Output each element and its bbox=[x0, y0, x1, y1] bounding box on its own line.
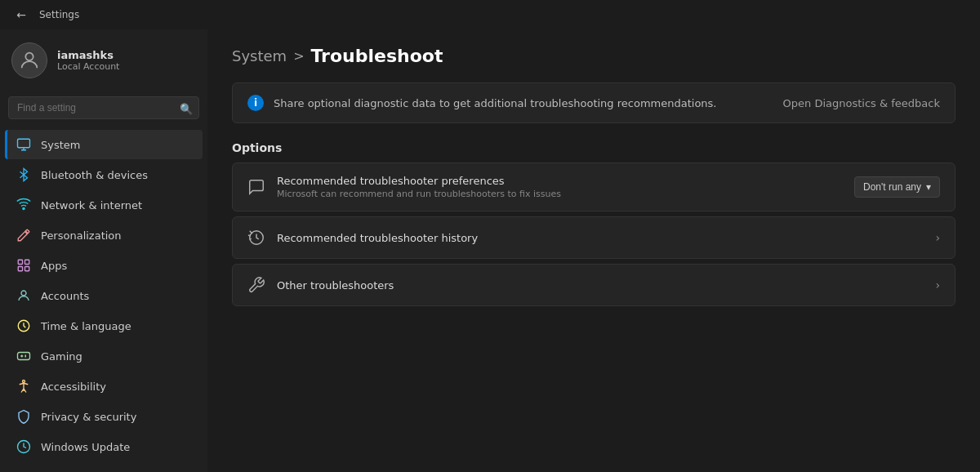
accessibility-icon bbox=[16, 379, 31, 394]
option-other-troubleshooters[interactable]: Other troubleshooters › bbox=[232, 264, 956, 306]
breadcrumb: System > Troubleshoot bbox=[232, 46, 956, 66]
sidebar-item-bluetooth[interactable]: Bluetooth & devices bbox=[5, 160, 203, 189]
sidebar-item-accessibility[interactable]: Accessibility bbox=[5, 372, 203, 401]
sidebar-item-label-bluetooth: Bluetooth & devices bbox=[41, 169, 148, 181]
sidebar-item-apps[interactable]: Apps bbox=[5, 251, 203, 280]
option-right-recommended-prefs: Don't run any ▾ bbox=[854, 176, 940, 198]
sidebar-item-privacy[interactable]: Privacy & security bbox=[5, 402, 203, 431]
sidebar-nav: System Bluetooth & devices bbox=[0, 129, 207, 462]
sidebar-item-label-personalization: Personalization bbox=[41, 229, 122, 242]
dont-run-any-dropdown[interactable]: Don't run any ▾ bbox=[854, 176, 940, 198]
user-account-type: Local Account bbox=[57, 61, 119, 72]
option-title-other: Other troubleshooters bbox=[277, 279, 394, 292]
personalization-icon bbox=[16, 228, 31, 243]
option-subtitle-recommended-prefs: Microsoft can recommend and run troubles… bbox=[277, 189, 561, 199]
option-left-recommended-prefs: Recommended troubleshooter preferences M… bbox=[247, 175, 561, 199]
option-left-other: Other troubleshooters bbox=[247, 276, 394, 294]
network-icon bbox=[16, 198, 31, 212]
info-banner: i Share optional diagnostic data to get … bbox=[232, 82, 956, 123]
option-right-recommended-history: › bbox=[935, 231, 940, 244]
system-icon bbox=[16, 137, 31, 152]
svg-point-2 bbox=[23, 207, 24, 209]
user-info: iamashks Local Account bbox=[57, 49, 119, 72]
recommended-prefs-icon bbox=[247, 178, 265, 196]
gaming-icon bbox=[16, 349, 31, 363]
sidebar-item-time[interactable]: Time & language bbox=[5, 311, 203, 341]
bluetooth-icon bbox=[16, 167, 31, 182]
svg-rect-6 bbox=[25, 267, 29, 271]
breadcrumb-parent[interactable]: System bbox=[232, 47, 287, 65]
content-area: System > Troubleshoot i Share optional d… bbox=[207, 29, 980, 472]
option-text-other: Other troubleshooters bbox=[277, 279, 394, 292]
info-banner-left: i Share optional diagnostic data to get … bbox=[247, 95, 716, 111]
sidebar-item-network[interactable]: Network & internet bbox=[5, 190, 203, 220]
breadcrumb-separator: > bbox=[293, 48, 304, 64]
title-bar-title: Settings bbox=[39, 9, 79, 20]
svg-point-0 bbox=[25, 53, 33, 60]
sidebar-item-label-apps: Apps bbox=[41, 260, 67, 272]
sidebar-item-personalization[interactable]: Personalization bbox=[5, 220, 203, 250]
back-button[interactable]: ← bbox=[11, 5, 31, 24]
option-right-other: › bbox=[935, 278, 940, 292]
option-text-recommended-history: Recommended troubleshooter history bbox=[277, 232, 478, 244]
option-recommended-prefs[interactable]: Recommended troubleshooter preferences M… bbox=[232, 163, 956, 212]
accounts-icon bbox=[16, 288, 31, 303]
breadcrumb-current: Troubleshoot bbox=[311, 46, 443, 66]
privacy-icon bbox=[16, 409, 31, 424]
svg-rect-9 bbox=[18, 353, 30, 360]
sidebar-item-gaming[interactable]: Gaming bbox=[5, 341, 203, 371]
chevron-right-icon-history: › bbox=[935, 231, 940, 244]
option-title-recommended-prefs: Recommended troubleshooter preferences bbox=[277, 175, 561, 187]
title-bar: ← Settings bbox=[0, 0, 980, 29]
svg-rect-4 bbox=[25, 260, 29, 264]
search-input[interactable] bbox=[8, 96, 199, 119]
main-layout: iamashks Local Account 🔍 System bbox=[0, 29, 980, 472]
sidebar-item-label-network: Network & internet bbox=[41, 199, 142, 212]
sidebar-item-label-system: System bbox=[41, 139, 80, 151]
options-title: Options bbox=[232, 141, 956, 154]
info-icon: i bbox=[247, 95, 264, 111]
dropdown-label: Don't run any bbox=[863, 181, 921, 193]
info-banner-link[interactable]: Open Diagnostics & feedback bbox=[783, 97, 940, 109]
svg-rect-1 bbox=[18, 139, 30, 148]
option-recommended-history[interactable]: Recommended troubleshooter history › bbox=[232, 216, 956, 259]
svg-point-7 bbox=[21, 291, 26, 296]
sidebar: iamashks Local Account 🔍 System bbox=[0, 29, 207, 472]
apps-icon bbox=[16, 258, 31, 273]
svg-point-10 bbox=[23, 381, 25, 383]
sidebar-item-windows-update[interactable]: Windows Update bbox=[5, 432, 203, 461]
windows-update-icon bbox=[16, 439, 31, 454]
svg-rect-5 bbox=[18, 267, 22, 271]
other-troubleshooters-icon bbox=[247, 276, 265, 294]
user-profile[interactable]: iamashks Local Account bbox=[0, 29, 207, 91]
sidebar-item-label-accessibility: Accessibility bbox=[41, 381, 106, 393]
sidebar-item-label-gaming: Gaming bbox=[41, 350, 82, 363]
option-left-recommended-history: Recommended troubleshooter history bbox=[247, 229, 478, 247]
time-icon bbox=[16, 318, 31, 333]
sidebar-item-accounts[interactable]: Accounts bbox=[5, 281, 203, 310]
sidebar-item-label-privacy: Privacy & security bbox=[41, 411, 136, 423]
user-name: iamashks bbox=[57, 49, 119, 61]
sidebar-item-label-accounts: Accounts bbox=[41, 290, 89, 302]
sidebar-item-system[interactable]: System bbox=[5, 130, 203, 159]
option-text-recommended-prefs: Recommended troubleshooter preferences M… bbox=[277, 175, 561, 199]
info-banner-text: Share optional diagnostic data to get ad… bbox=[274, 97, 716, 109]
option-title-recommended-history: Recommended troubleshooter history bbox=[277, 232, 478, 244]
sidebar-item-label-time: Time & language bbox=[41, 320, 131, 332]
avatar bbox=[11, 42, 47, 78]
svg-rect-3 bbox=[18, 260, 22, 264]
recommended-history-icon bbox=[247, 229, 265, 247]
sidebar-item-label-windows-update: Windows Update bbox=[41, 441, 130, 453]
dropdown-chevron-icon: ▾ bbox=[926, 181, 931, 193]
chevron-right-icon-other: › bbox=[935, 278, 940, 292]
search-icon: 🔍 bbox=[180, 103, 193, 115]
search-container: 🔍 bbox=[0, 91, 207, 129]
